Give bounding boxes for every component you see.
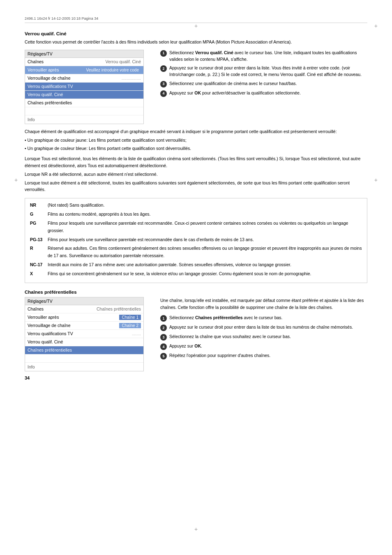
row4-label: Verrou qualifications TV — [28, 84, 73, 89]
s2-row2-label: Verrouiller après — [28, 315, 59, 320]
cross-top-icon: + — [194, 23, 198, 29]
s2-step-item-1: 1 Sélectionnez Chaînes préférentielles a… — [160, 315, 367, 322]
s2-menu-row-2: Verrouiller après Chaîne 1 — [25, 313, 143, 322]
page-number: 34 — [25, 375, 367, 380]
rating-desc-R: Réservé aux adultes. Ces films contienne… — [48, 245, 362, 260]
s2-menu-row-4: Verrou qualifications TV ........ — [25, 330, 143, 338]
rating-row-R: R Réservé aux adultes. Ces films contien… — [30, 245, 362, 260]
rating-row-NR: NR (Not rated) Sans qualification. — [30, 202, 362, 209]
rating-code-PG13: PG-13 — [30, 236, 44, 244]
step-num-4: 4 — [160, 90, 167, 97]
s2-step-text-4: Appuyez sur OK. — [169, 343, 367, 350]
menu-row-5[interactable]: Verrou qualif. Ciné — [25, 91, 143, 99]
s2-step-item-5: 5 Répétez l'opération pour supprimer d'a… — [160, 352, 367, 359]
step-item-1: 1 Sélectionnez Verrou qualif. Ciné avec … — [160, 50, 367, 63]
s2-step-num-3: 3 — [160, 334, 167, 341]
rating-desc-PG: Films pour lesquels une surveillance par… — [48, 220, 362, 235]
section1: Verrou qualif. Ciné Cette fonction vous … — [25, 31, 367, 124]
s2-step-num-4: 4 — [160, 343, 167, 350]
row2-input[interactable]: Veuillez introduire votre code — [84, 67, 141, 73]
s2-menu-row-5[interactable]: Verrou qualif. Ciné — [25, 338, 143, 346]
step-item-3: 3 Sélectionnez une qualification de ciné… — [160, 81, 367, 88]
section2-title: Chaînes préférentielles — [25, 290, 367, 295]
menu-table-2: Réglages/TV Chaînes Chaînes préférentiel… — [25, 297, 144, 371]
s2-row4-dots: ........ — [132, 332, 141, 336]
row1-value: Verrou qualif. Ciné — [106, 59, 141, 64]
step-item-2: 2 Appuyez sur le curseur droit pour entr… — [160, 65, 367, 78]
rating-desc-PG13: Films pour lesquels une surveillance par… — [48, 236, 362, 244]
menu-row-3: Verrouillage de chaîne ................. — [25, 74, 143, 83]
s2-step-text-1: Sélectionnez Chaînes préférentielles ave… — [169, 315, 367, 321]
section2-col-right: Une chaîne, lorsqu'elle est installée, e… — [160, 297, 367, 371]
body2-para3: Lorsque tout autre élément a été sélecti… — [25, 180, 367, 193]
step-text-1: Sélectionnez Verrou qualif. Ciné avec le… — [169, 50, 367, 63]
s2-row1-label: Chaînes — [28, 306, 44, 311]
body2-para2: Lorsque NR a été sélectionné, aucun autr… — [25, 171, 367, 178]
cross-right-mid-icon: + — [374, 177, 378, 183]
rating-row-PG13: PG-13 Films pour lesquels une surveillan… — [30, 236, 362, 244]
step-text-4: Appuyez sur OK pour activer/désactiver l… — [169, 90, 367, 97]
s2-menu-row-1: Chaînes Chaînes préférentielles — [25, 305, 143, 313]
section1-two-col: Réglages/TV Chaînes Verrou qualif. Ciné … — [25, 50, 367, 124]
step-item-4: 4 Appuyez sur OK pour activer/désactiver… — [160, 90, 367, 97]
rating-code-NR: NR — [30, 202, 44, 209]
s2-step-num-5: 5 — [160, 353, 167, 359]
menu-info-2: Info — [25, 363, 143, 371]
rating-code-NC17: NC-17 — [30, 261, 44, 269]
s2-row3-label: Verrouillage de chaîne — [28, 323, 71, 328]
rating-desc-X: Films qui se concentrent généralement su… — [48, 270, 362, 278]
s2-menu-row-3: Verrouillage de chaîne Chaîne 2 — [25, 322, 143, 330]
s2-step-text-5: Répétez l'opération pour supprimer d'aut… — [169, 352, 367, 359]
header-text: 2496.1 16x24 fr 14-12-2005 10:18 Pagina … — [25, 16, 98, 21]
section1-col-right: 1 Sélectionnez Verrou qualif. Ciné avec … — [160, 50, 367, 124]
menu-row-6[interactable]: Chaînes préférentielles — [25, 99, 143, 107]
step-num-2: 2 — [160, 65, 167, 72]
steps-list-2: 1 Sélectionnez Chaînes préférentielles a… — [160, 315, 367, 359]
menu-row-4[interactable]: Verrou qualifications TV — [25, 83, 143, 91]
s2-step-item-2: 2 Appuyez sur le curseur droit pour entr… — [160, 324, 367, 331]
menu-row-2: Verrouiller après Veuillez introduire vo… — [25, 66, 143, 74]
rating-desc-NC17: Interdit aux moins de 17 ans même avec u… — [48, 261, 362, 269]
section1-intro: Cette fonction vous permet de contrôler … — [25, 39, 367, 46]
rating-code-X: X — [30, 270, 44, 278]
rating-section: NR (Not rated) Sans qualification. G Fil… — [25, 198, 367, 283]
rating-desc-NR: (Not rated) Sans qualification. — [48, 202, 362, 209]
header-line: 2496.1 16x24 fr 14-12-2005 10:18 Pagina … — [25, 16, 367, 23]
s2-row5-label: Verrou qualif. Ciné — [28, 339, 63, 344]
s2-step-num-2: 2 — [160, 325, 167, 331]
section2-two-col: Réglages/TV Chaînes Chaînes préférentiel… — [25, 297, 367, 371]
rating-row-X: X Films qui se concentrent généralement … — [30, 270, 362, 278]
row2-label: Verrouiller après — [28, 67, 59, 72]
step-text-2: Appuyez sur le curseur droit pour entrer… — [169, 65, 367, 78]
page-container: 2496.1 16x24 fr 14-12-2005 10:18 Pagina … — [0, 0, 392, 555]
section1-col-left: Réglages/TV Chaînes Verrou qualif. Ciné … — [25, 50, 152, 124]
row1-label: Chaînes — [28, 59, 44, 64]
body1-para1: Chaque élément de qualification est acco… — [25, 128, 367, 135]
rating-desc-G: Films au contenu modéré, appropriés à to… — [48, 211, 362, 218]
rating-code-PG: PG — [30, 220, 44, 235]
section1-title: Verrou qualif. Ciné — [25, 31, 367, 36]
s2-menu-row-6[interactable]: Chaînes préférentielles — [25, 346, 143, 355]
section2: Chaînes préférentielles Réglages/TV Chaî… — [25, 290, 367, 371]
body1-para3: • Un graphique de couleur bleue: Les fil… — [25, 145, 367, 152]
body1-para2: • Un graphique de couleur jaune: Les fil… — [25, 137, 367, 144]
menu-header-1: Réglages/TV — [25, 50, 143, 58]
menu-row-1: Chaînes Verrou qualif. Ciné — [25, 58, 143, 66]
body-text-2: Lorsque Tous est sélectionné, tous les é… — [25, 155, 367, 193]
row5-label: Verrou qualif. Ciné — [28, 92, 63, 97]
s2-row2-value: Chaîne 1 — [119, 315, 141, 320]
row3-label: Verrouillage de chaîne — [28, 76, 71, 81]
s2-row4-label: Verrou qualifications TV — [28, 331, 73, 336]
rating-row-PG: PG Films pour lesquels une surveillance … — [30, 220, 362, 235]
s2-menu-row-spacer — [25, 355, 143, 363]
step-num-1: 1 — [160, 50, 167, 57]
s2-row6-label: Chaînes préférentielles — [28, 348, 72, 352]
rating-code-G: G — [30, 211, 44, 218]
steps-list-1: 1 Sélectionnez Verrou qualif. Ciné avec … — [160, 50, 367, 97]
section2-col-left: Réglages/TV Chaînes Chaînes préférentiel… — [25, 297, 152, 371]
menu-table-1: Réglages/TV Chaînes Verrou qualif. Ciné … — [25, 50, 144, 124]
cross-bottom-icon: + — [194, 526, 198, 532]
s2-step-item-3: 3 Sélectionnez la chaîne que vous souhai… — [160, 334, 367, 341]
step-num-3: 3 — [160, 81, 167, 88]
s2-row1-value: Chaînes préférentielles — [97, 306, 141, 311]
